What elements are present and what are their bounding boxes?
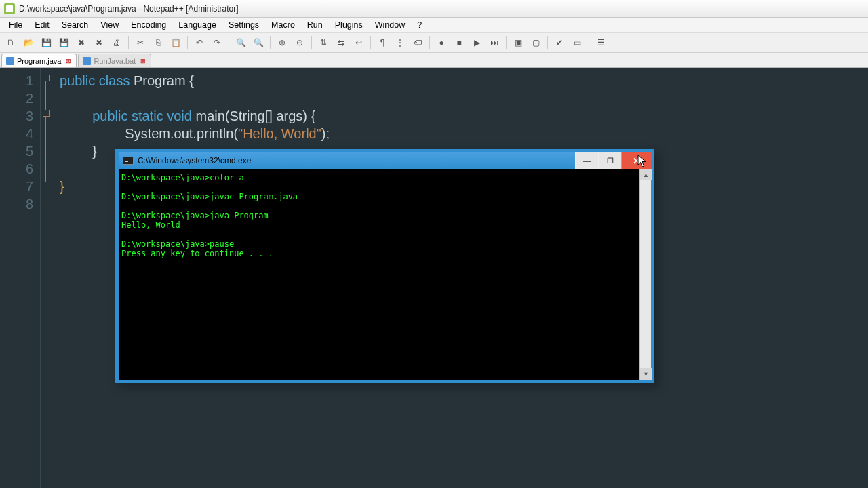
line-number: 1 (0, 72, 33, 89)
toolbar-separator (311, 36, 312, 49)
doc-map-button[interactable]: ▭ (569, 35, 585, 51)
fold-guide (45, 81, 46, 182)
cmd-body: D:\workspace\java>color a D:\workspace\j… (119, 169, 651, 380)
menu-language[interactable]: Language (172, 19, 222, 31)
close-button[interactable]: ✕ (621, 152, 651, 169)
brace: { (311, 108, 316, 123)
menu-help[interactable]: ? (411, 19, 428, 31)
line-gutter: 12345678 (0, 68, 41, 488)
undo-button[interactable]: ↶ (191, 35, 208, 51)
scroll-up-icon[interactable]: ▲ (640, 169, 652, 180)
menu-view[interactable]: View (94, 19, 125, 31)
line-number: 4 (0, 125, 33, 142)
line-number: 3 (0, 107, 33, 125)
toolbar-separator (370, 36, 371, 49)
line-number: 5 (0, 142, 33, 160)
toolbar-separator (547, 36, 548, 49)
menu-plugins[interactable]: Plugins (329, 19, 369, 31)
keyword: public class (60, 73, 134, 88)
line-number: 2 (0, 89, 33, 107)
cmd-icon (123, 157, 134, 165)
notepadpp-icon (4, 3, 15, 14)
stop-button[interactable]: ■ (451, 35, 467, 51)
paste-button[interactable]: 📋 (167, 35, 184, 51)
tabbar: Program.java ⊠ RunJava.bat ⊠ (0, 53, 868, 68)
fold-toggle-icon[interactable] (43, 110, 50, 117)
indent-guide-button[interactable]: ⋮ (392, 35, 408, 51)
brace: } (92, 144, 97, 159)
tab-label: RunJava.bat (94, 57, 136, 65)
params: (String[] args) (225, 108, 311, 123)
menu-run[interactable]: Run (301, 19, 329, 31)
menu-settings[interactable]: Settings (222, 19, 265, 31)
toolbar-separator (270, 36, 271, 49)
fold-toggle-icon[interactable] (43, 75, 50, 81)
keyword: public static void (92, 108, 195, 123)
record-button[interactable]: ● (433, 35, 450, 51)
close-button[interactable]: ✖ (73, 35, 90, 51)
cmd-title: C:\Windows\system32\cmd.exe (138, 156, 251, 165)
menu-search[interactable]: Search (56, 19, 95, 31)
unfold-button[interactable]: ▢ (528, 35, 544, 51)
wrap-button[interactable]: ↩ (351, 35, 367, 51)
fold-button[interactable]: ▣ (510, 35, 526, 51)
fold-column[interactable] (41, 68, 54, 488)
brace: { (189, 73, 194, 88)
file-icon (6, 57, 14, 65)
zoom-in-button[interactable]: ⊕ (274, 35, 290, 51)
scroll-down-icon[interactable]: ▼ (640, 368, 652, 380)
window-buttons: — ❐ ✕ (575, 152, 651, 169)
copy-button[interactable]: ⎘ (150, 35, 166, 51)
zoom-out-button[interactable]: ⊖ (292, 35, 308, 51)
line-number: 7 (0, 178, 33, 195)
cut-button[interactable]: ✂ (132, 35, 149, 51)
file-icon (83, 57, 91, 65)
redo-button[interactable]: ↷ (209, 35, 225, 51)
open-button[interactable]: 📂 (20, 35, 37, 51)
new-button[interactable]: 🗋 (3, 35, 19, 51)
func-list-button[interactable]: ☰ (593, 35, 609, 51)
spell-button[interactable]: ✔ (551, 35, 568, 51)
menu-macro[interactable]: Macro (265, 19, 301, 31)
sync-v-button[interactable]: ⇅ (315, 35, 332, 51)
play-button[interactable]: ▶ (469, 35, 485, 51)
line-number: 8 (0, 195, 33, 213)
brace: } (60, 179, 64, 194)
cmd-output[interactable]: D:\workspace\java>color a D:\workspace\j… (119, 169, 639, 380)
cmd-window[interactable]: C:\Windows\system32\cmd.exe — ❐ ✕ D:\wor… (115, 149, 654, 383)
close-icon[interactable]: ⊠ (65, 58, 72, 64)
method-name: main (195, 108, 224, 123)
close-icon[interactable]: ⊠ (140, 58, 146, 64)
close-all-button[interactable]: ✖ (91, 35, 107, 51)
save-all-button[interactable]: 💾 (56, 35, 72, 51)
menu-window[interactable]: Window (369, 19, 411, 31)
call-end: ); (321, 126, 330, 141)
toolbar-separator (429, 36, 430, 49)
tab-runjava-bat[interactable]: RunJava.bat ⊠ (78, 54, 151, 67)
titlebar: D:\workspace\java\Program.java - Notepad… (0, 0, 868, 18)
scrollbar[interactable]: ▲ ▼ (639, 169, 651, 380)
toolbar: 🗋📂💾💾✖✖🖨✂⎘📋↶↷🔍🔍⊕⊖⇅⇆↩¶⋮🏷●■▶⏭▣▢✔▭☰ (0, 33, 868, 53)
menu-encoding[interactable]: Encoding (125, 19, 172, 31)
class-name: Program (134, 73, 189, 88)
tab-program-java[interactable]: Program.java ⊠ (1, 54, 77, 67)
menubar: File Edit Search View Encoding Language … (0, 18, 868, 33)
play-multi-button[interactable]: ⏭ (486, 35, 502, 51)
tab-label: Program.java (17, 57, 61, 65)
sync-h-button[interactable]: ⇆ (333, 35, 349, 51)
menu-file[interactable]: File (3, 19, 28, 31)
line-number: 6 (0, 160, 33, 178)
minimize-button[interactable]: — (575, 152, 598, 169)
toolbar-separator (187, 36, 188, 49)
hidden-chars-button[interactable]: ¶ (374, 35, 391, 51)
toolbar-separator (128, 36, 129, 49)
save-button[interactable]: 💾 (38, 35, 54, 51)
print-button[interactable]: 🖨 (108, 35, 125, 51)
replace-button[interactable]: 🔍 (250, 35, 267, 51)
call: System.out.println( (125, 126, 238, 141)
find-button[interactable]: 🔍 (233, 35, 249, 51)
lang-button[interactable]: 🏷 (410, 35, 426, 51)
cmd-titlebar[interactable]: C:\Windows\system32\cmd.exe — ❐ ✕ (119, 152, 651, 169)
maximize-button[interactable]: ❐ (598, 152, 621, 169)
menu-edit[interactable]: Edit (28, 19, 56, 31)
